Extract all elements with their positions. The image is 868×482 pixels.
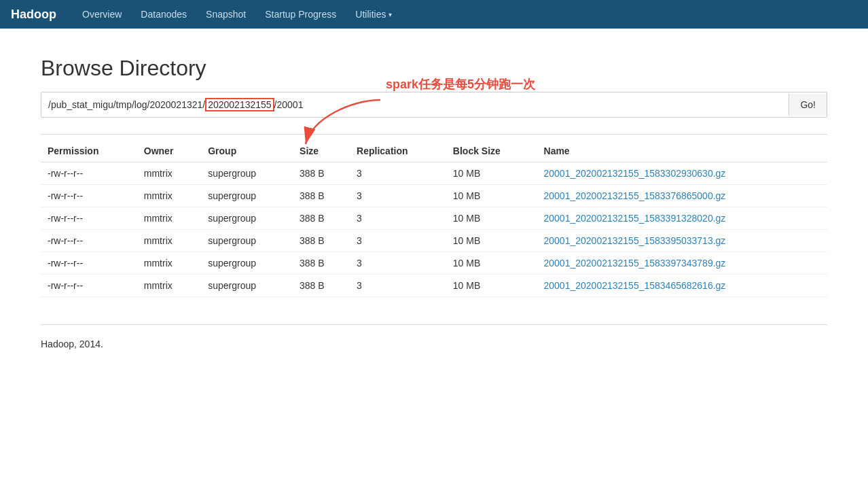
cell-replication-5: 3 (350, 275, 446, 297)
cell-block_size-3: 10 MB (446, 230, 537, 252)
nav-item-startup-progress[interactable]: Startup Progress (255, 0, 346, 29)
cell-group-5: supergroup (201, 275, 293, 297)
file-link-5[interactable]: 20001_202002132155_1583465682616.gz (544, 280, 726, 291)
cell-name-1[interactable]: 20001_202002132155_1583376865000.gz (537, 185, 827, 207)
cell-name-4[interactable]: 20001_202002132155_1583397343789.gz (537, 252, 827, 275)
cell-group-3: supergroup (201, 230, 293, 252)
cell-permission-1: -rw-r--r-- (41, 185, 137, 207)
cell-size-5: 388 B (293, 275, 350, 297)
navbar: Hadoop Overview Datanodes Snapshot Start… (0, 0, 868, 29)
cell-size-2: 388 B (293, 207, 350, 230)
cell-permission-3: -rw-r--r-- (41, 230, 137, 252)
cell-block_size-5: 10 MB (446, 275, 537, 297)
table-row: -rw-r--r--mmtrixsupergroup388 B310 MB200… (41, 207, 827, 230)
go-button[interactable]: Go! (789, 94, 827, 116)
cell-block_size-4: 10 MB (446, 252, 537, 275)
file-link-4[interactable]: 20001_202002132155_1583397343789.gz (544, 258, 726, 269)
path-display[interactable]: /pub_stat_migu/tmp/log/2020021321/202002… (41, 92, 789, 117)
path-input-row: /pub_stat_migu/tmp/log/2020021321/202002… (41, 92, 827, 118)
footer: Hadoop, 2014. (41, 324, 827, 349)
cell-replication-4: 3 (350, 252, 446, 275)
table-row: -rw-r--r--mmtrixsupergroup388 B310 MB200… (41, 230, 827, 252)
cell-group-0: supergroup (201, 162, 293, 185)
nav-item-snapshot[interactable]: Snapshot (196, 0, 255, 29)
nav-item-utilities[interactable]: Utilities ▾ (346, 0, 401, 29)
col-header-name: Name (537, 140, 827, 162)
nav-item-datanodes[interactable]: Datanodes (131, 0, 196, 29)
cell-owner-0: mmtrix (137, 162, 201, 185)
table-header: Permission Owner Group Size Replication … (41, 140, 827, 162)
cell-block_size-0: 10 MB (446, 162, 537, 185)
col-header-owner: Owner (137, 140, 201, 162)
table-row: -rw-r--r--mmtrixsupergroup388 B310 MB200… (41, 162, 827, 185)
page-title: Browse Directory (41, 56, 827, 81)
nav-item-overview[interactable]: Overview (73, 0, 131, 29)
footer-text: Hadoop, 2014. (41, 339, 103, 349)
cell-owner-1: mmtrix (137, 185, 201, 207)
utilities-dropdown-arrow: ▾ (388, 11, 392, 18)
col-header-permission: Permission (41, 140, 137, 162)
table-row: -rw-r--r--mmtrixsupergroup388 B310 MB200… (41, 275, 827, 297)
path-prefix: /pub_stat_migu/tmp/log/2020021321/ (48, 99, 205, 110)
cell-replication-3: 3 (350, 230, 446, 252)
cell-permission-0: -rw-r--r-- (41, 162, 137, 185)
cell-owner-4: mmtrix (137, 252, 201, 275)
navbar-brand[interactable]: Hadoop (11, 7, 56, 22)
table-divider (41, 134, 827, 135)
cell-name-2[interactable]: 20001_202002132155_1583391328020.gz (537, 207, 827, 230)
cell-group-4: supergroup (201, 252, 293, 275)
cell-name-5[interactable]: 20001_202002132155_1583465682616.gz (537, 275, 827, 297)
cell-permission-2: -rw-r--r-- (41, 207, 137, 230)
file-table: Permission Owner Group Size Replication … (41, 140, 827, 297)
table-row: -rw-r--r--mmtrixsupergroup388 B310 MB200… (41, 252, 827, 275)
cell-permission-5: -rw-r--r-- (41, 275, 137, 297)
cell-size-4: 388 B (293, 252, 350, 275)
table-body: -rw-r--r--mmtrixsupergroup388 B310 MB200… (41, 162, 827, 297)
utilities-label: Utilities (355, 9, 386, 20)
cell-size-1: 388 B (293, 185, 350, 207)
cell-name-0[interactable]: 20001_202002132155_1583302930630.gz (537, 162, 827, 185)
cell-owner-5: mmtrix (137, 275, 201, 297)
cell-owner-3: mmtrix (137, 230, 201, 252)
cell-group-2: supergroup (201, 207, 293, 230)
col-header-block-size: Block Size (446, 140, 537, 162)
cell-name-3[interactable]: 20001_202002132155_1583395033713.gz (537, 230, 827, 252)
path-suffix: /20001 (274, 99, 304, 110)
cell-owner-2: mmtrix (137, 207, 201, 230)
file-link-0[interactable]: 20001_202002132155_1583302930630.gz (544, 168, 726, 179)
file-link-1[interactable]: 20001_202002132155_1583376865000.gz (544, 190, 726, 201)
cell-replication-0: 3 (350, 162, 446, 185)
file-link-3[interactable]: 20001_202002132155_1583395033713.gz (544, 235, 726, 246)
cell-replication-1: 3 (350, 185, 446, 207)
path-highlighted-segment: 202002132155 (205, 98, 274, 111)
table-row: -rw-r--r--mmtrixsupergroup388 B310 MB200… (41, 185, 827, 207)
main-content: Browse Directory spark任务是每5分钟跑一次 /pub_st… (0, 29, 868, 377)
cell-group-1: supergroup (201, 185, 293, 207)
col-header-replication: Replication (350, 140, 446, 162)
cell-size-3: 388 B (293, 230, 350, 252)
cell-size-0: 388 B (293, 162, 350, 185)
col-header-group: Group (201, 140, 293, 162)
file-link-2[interactable]: 20001_202002132155_1583391328020.gz (544, 213, 726, 224)
cell-permission-4: -rw-r--r-- (41, 252, 137, 275)
cell-block_size-2: 10 MB (446, 207, 537, 230)
cell-block_size-1: 10 MB (446, 185, 537, 207)
cell-replication-2: 3 (350, 207, 446, 230)
col-header-size: Size (293, 140, 350, 162)
